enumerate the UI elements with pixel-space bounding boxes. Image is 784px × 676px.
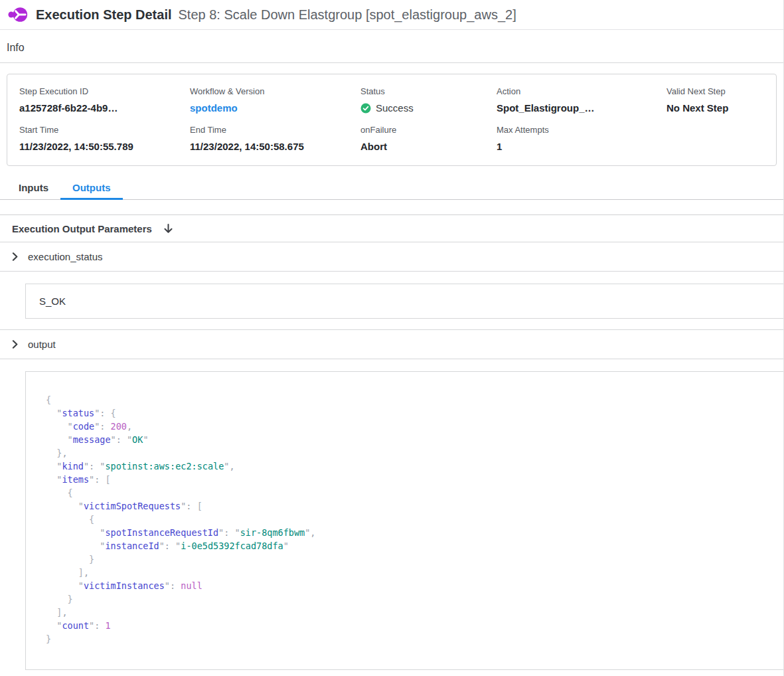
output-parameters-toolbar: Execution Output Parameters xyxy=(0,215,783,242)
app-logo-icon xyxy=(8,6,28,23)
divider xyxy=(0,62,783,63)
info-field-label: Action xyxy=(497,86,666,96)
info-field-label: onFailure xyxy=(360,125,497,135)
tab-outputs[interactable]: Outputs xyxy=(60,177,123,200)
info-field-max-attempts: Max Attempts 1 xyxy=(497,125,666,152)
info-card: Step Execution ID a125728f-6b22-4b9… Wor… xyxy=(7,74,777,166)
page-subtitle: Step 8: Scale Down Elastgroup [spot_elas… xyxy=(179,7,516,23)
info-field-workflow-version: Workflow & Version spotdemo xyxy=(190,86,360,114)
info-field-label: End Time xyxy=(190,125,360,135)
info-field-label: Status xyxy=(360,86,497,96)
info-field-label: Valid Next Step xyxy=(666,86,776,96)
info-field-label: Max Attempts xyxy=(497,125,666,135)
tab-bar: Inputs Outputs xyxy=(0,177,783,200)
info-field-label: Workflow & Version xyxy=(190,86,360,96)
info-field-label: Step Execution ID xyxy=(19,86,190,96)
outputs-tab-panel: Execution Output Parameters execution_st… xyxy=(0,214,783,670)
expander-label: output xyxy=(28,339,56,350)
info-field-value: 11/23/2022, 14:50:55.789 xyxy=(19,141,190,152)
info-field-start-time: Start Time 11/23/2022, 14:50:55.789 xyxy=(19,125,190,152)
info-field-value: 11/23/2022, 14:50:58.675 xyxy=(190,141,360,152)
arrow-down-icon[interactable] xyxy=(163,223,174,234)
info-section-label: Info xyxy=(7,42,783,54)
info-field-value: 1 xyxy=(497,141,666,152)
info-field-end-time: End Time 11/23/2022, 14:50:58.675 xyxy=(190,125,360,152)
success-check-icon xyxy=(360,103,371,114)
info-field-value: Abort xyxy=(360,141,497,152)
info-field-valid-next-step: Valid Next Step No Next Step xyxy=(666,86,776,114)
info-field-status: Status Success xyxy=(360,86,497,114)
output-json-box: { "status": { "code": 200, "message": "O… xyxy=(25,371,783,670)
tab-inputs[interactable]: Inputs xyxy=(7,177,60,200)
output-parameters-title: Execution Output Parameters xyxy=(12,223,152,234)
page-title: Execution Step Detail xyxy=(36,7,172,23)
info-field-value: No Next Step xyxy=(666,102,776,114)
info-field-value: Spot_Elastigroup_… xyxy=(497,102,666,114)
output-json-code: { "status": { "code": 200, "message": "O… xyxy=(46,393,783,645)
page-header: Execution Step Detail Step 8: Scale Down… xyxy=(0,0,783,30)
info-field-onfailure: onFailure Abort xyxy=(360,125,497,152)
info-field-step-execution-id: Step Execution ID a125728f-6b22-4b9… xyxy=(19,86,190,114)
execution-status-value-box: S_OK xyxy=(25,284,783,319)
status-badge: Success xyxy=(376,102,414,114)
expander-execution-status[interactable]: execution_status xyxy=(0,242,783,272)
info-field-value: a125728f-6b22-4b9… xyxy=(19,102,190,114)
info-field-label: Start Time xyxy=(19,125,190,135)
expander-label: execution_status xyxy=(28,251,103,262)
expander-output[interactable]: output xyxy=(0,330,783,359)
chevron-right-icon xyxy=(11,340,19,349)
workflow-link[interactable]: spotdemo xyxy=(190,102,238,114)
info-field-action: Action Spot_Elastigroup_… xyxy=(497,86,666,114)
execution-status-value: S_OK xyxy=(39,296,66,307)
chevron-right-icon xyxy=(11,252,19,261)
